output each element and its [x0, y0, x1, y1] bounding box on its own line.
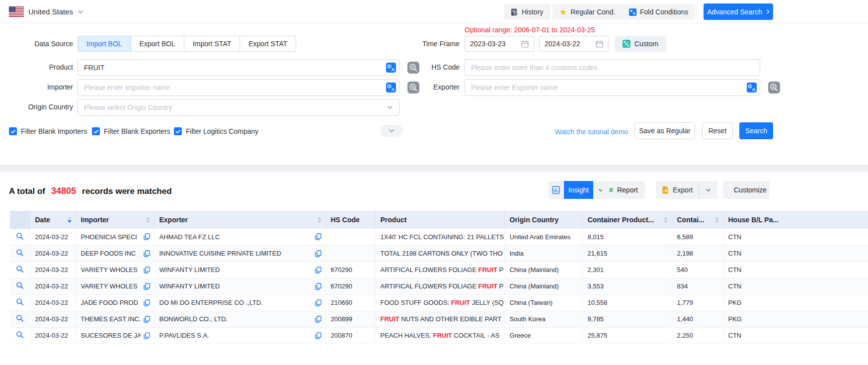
copy-icon[interactable] — [315, 299, 321, 306]
filter-blank-exporters-checkbox[interactable]: Filter Blank Exporters — [92, 127, 170, 135]
origin-country-select[interactable]: Please select Origin Country — [78, 99, 399, 116]
table-row[interactable]: 2024-03-22 VARIETY WHOLES WINFANTY LIMIT… — [10, 262, 868, 278]
exporter-cell: BONWORLD CO., LTD. — [154, 311, 325, 327]
hs-code-cell: 210690 — [325, 294, 375, 311]
copy-icon[interactable] — [315, 267, 321, 274]
exporter-cell: WINFANTY LIMITED — [154, 278, 325, 294]
table-row[interactable]: 2024-03-22 THEMES EAST INC. BONWORLD CO.… — [10, 311, 868, 327]
row-search-icon[interactable] — [16, 314, 24, 322]
row-search-cell — [10, 229, 30, 245]
copy-icon[interactable] — [144, 250, 150, 257]
row-search-icon[interactable] — [16, 331, 24, 339]
copy-icon[interactable] — [315, 233, 321, 240]
row-search-icon[interactable] — [16, 281, 24, 289]
table-header: Date Importer Exporter HS Code Product O… — [10, 211, 868, 229]
row-search-icon[interactable] — [16, 265, 24, 273]
row-search-icon[interactable] — [16, 298, 24, 306]
container-product-cell: 3,553 — [582, 278, 672, 294]
copy-icon[interactable] — [315, 316, 321, 323]
filter-blank-importers-checkbox[interactable]: Filter Blank Importers — [9, 127, 87, 135]
report-button[interactable]: Report — [602, 181, 645, 199]
exporter-cell: INNOVATIVE CUISINE PRIVATE LIMITED — [154, 245, 325, 262]
copy-icon[interactable] — [315, 332, 321, 339]
col-hs-code[interactable]: HS Code — [325, 211, 375, 229]
date-to-input[interactable]: 2024-03-22 — [539, 36, 609, 52]
export-button[interactable]: Export — [656, 181, 717, 199]
container-product-cell: 21,615 — [582, 245, 672, 262]
importer-cell: JADE FOOD PROD — [76, 294, 154, 311]
col-container-product[interactable]: Container Product... — [582, 211, 672, 229]
history-button[interactable]: History — [504, 4, 551, 20]
copy-icon[interactable] — [315, 283, 321, 290]
table-row[interactable]: 2024-03-22 JADE FOOD PROD DO MI DO ENTER… — [10, 294, 868, 311]
col-house-bl[interactable]: House B/L Pa... — [723, 211, 868, 229]
insight-button[interactable]: Insight — [548, 181, 608, 199]
exact-match-toggle[interactable] — [768, 82, 780, 93]
reset-button[interactable]: Reset — [702, 122, 733, 139]
tutorial-link[interactable]: Watch the tutorial demo — [555, 128, 628, 136]
exporter-name: BONWORLD CO., LTD. — [159, 315, 312, 323]
checkbox-checked-icon — [9, 127, 17, 135]
product-cell: 1X40' HC FCL CONTAINING: 21 PALLETS — [375, 229, 504, 245]
export-label: Export — [673, 186, 693, 194]
container-cell: 1,440 — [672, 311, 723, 327]
exporter-input[interactable] — [465, 79, 760, 96]
save-as-regular-button[interactable]: Save as Regular — [634, 122, 695, 139]
tab-import-bol[interactable]: Import BOL — [78, 36, 131, 52]
row-search-icon[interactable] — [16, 232, 24, 240]
table-row[interactable]: 2024-03-22 PHOENICIA SPECI AHMAD TEA FZ … — [10, 229, 868, 245]
country-selector[interactable]: United States — [9, 6, 83, 17]
sort-icon[interactable] — [317, 217, 321, 223]
date-from-input[interactable]: 2023-03-23 — [465, 36, 534, 52]
copy-icon[interactable] — [144, 299, 150, 306]
advanced-search-label: Advanced Search — [707, 8, 762, 16]
importer-label: Importer — [0, 83, 73, 91]
exporter-cell: WINFANTY LIMITED — [154, 262, 325, 278]
exporter-cell: AHMAD TEA FZ LLC — [154, 229, 325, 245]
chevron-down-icon[interactable] — [699, 181, 717, 199]
fold-conditions-button[interactable]: Fold Conditions — [622, 4, 695, 20]
advanced-search-button[interactable]: Advanced Search — [704, 3, 773, 20]
copy-icon[interactable] — [144, 233, 150, 240]
product-input[interactable] — [78, 59, 399, 76]
table-row[interactable]: 2024-03-22 VARIETY WHOLES WINFANTY LIMIT… — [10, 278, 868, 294]
sort-icon[interactable] — [68, 217, 72, 223]
tab-export-bol[interactable]: Export BOL — [131, 36, 184, 52]
col-origin-country[interactable]: Origin Country — [504, 211, 582, 229]
collapse-conditions-button[interactable] — [380, 125, 403, 137]
col-container[interactable]: Contai... — [672, 211, 723, 229]
importer-input[interactable] — [78, 79, 399, 96]
col-product[interactable]: Product — [375, 211, 504, 229]
copy-icon[interactable] — [144, 332, 150, 339]
sort-icon[interactable] — [664, 217, 668, 223]
copy-icon[interactable] — [144, 283, 150, 290]
custom-label: Custom — [634, 40, 658, 48]
table-row[interactable]: 2024-03-22 SUCESORES DE JA P.PAVLIDES S.… — [10, 327, 868, 344]
row-search-icon[interactable] — [16, 249, 24, 257]
calendar-icon — [521, 40, 529, 48]
tab-export-stat[interactable]: Export STAT — [239, 36, 296, 52]
exporter-label: Exporter — [360, 83, 460, 91]
col-exporter[interactable]: Exporter — [154, 211, 325, 229]
translate-icon[interactable]: A — [747, 83, 757, 92]
copy-icon[interactable] — [144, 267, 150, 274]
col-importer[interactable]: Importer — [76, 211, 154, 229]
sort-icon[interactable] — [715, 217, 719, 223]
hs-code-cell — [325, 245, 375, 262]
table-row[interactable]: 2024-03-22 DEEP FOODS INC INNOVATIVE CUI… — [10, 245, 868, 262]
filter-logitics-company-checkbox[interactable]: Filter Logitics Company — [174, 127, 258, 135]
tab-import-stat[interactable]: Import STAT — [184, 36, 240, 52]
container-cell: 540 — [672, 262, 723, 278]
history-icon — [511, 8, 518, 16]
search-button[interactable]: Search — [739, 122, 773, 139]
hs-code-input[interactable] — [465, 59, 760, 76]
regular-cond-button[interactable]: ★ Regular Cond. — [552, 4, 623, 20]
copy-icon[interactable] — [144, 316, 150, 323]
copy-icon[interactable] — [315, 250, 321, 257]
col-date[interactable]: Date — [30, 211, 76, 229]
customize-button[interactable]: Customize — [723, 181, 770, 199]
sort-icon[interactable] — [146, 217, 150, 223]
house-bl-cell: CTN — [723, 245, 868, 262]
custom-button[interactable]: Custom — [615, 36, 666, 52]
results-table: Date Importer Exporter HS Code Product O… — [10, 211, 868, 344]
